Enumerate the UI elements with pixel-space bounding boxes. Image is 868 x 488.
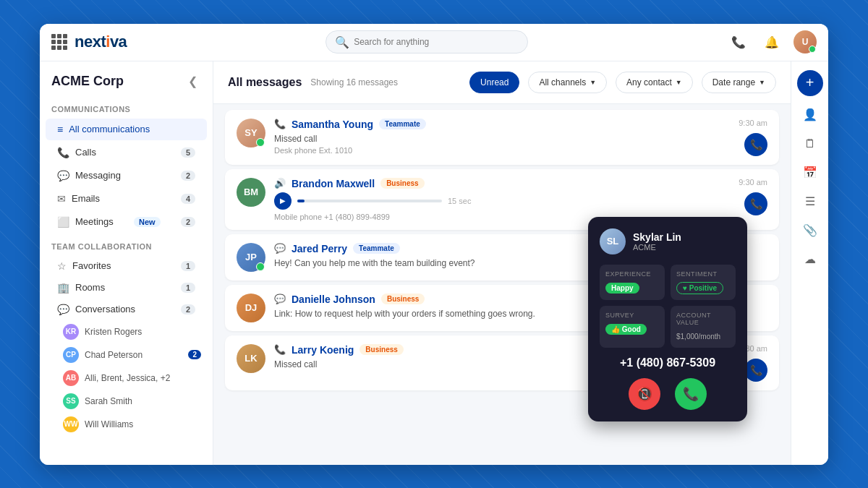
rooms-badge: 1 xyxy=(181,283,195,293)
popup-contact-company: ACME xyxy=(633,243,681,252)
call-actions: 📵 📞 xyxy=(600,378,736,410)
msg-text: Missed call xyxy=(274,133,730,145)
center-content: All messages Showing 16 messages Unread … xyxy=(213,61,791,465)
sidebar-item-all-communications[interactable]: ≡ All communications xyxy=(46,119,207,140)
popup-survey-stat: SURVEY 👍 Good xyxy=(600,306,665,348)
communications-section-title: Communications xyxy=(40,96,213,118)
meetings-icon: ⬜ xyxy=(57,216,69,228)
sentiment-label: SENTIMENT xyxy=(676,270,730,278)
convo-kristen-rogers[interactable]: KR Kristen Rogers xyxy=(40,320,213,343)
duration: 15 sec xyxy=(448,197,471,205)
conversations-badge: 2 xyxy=(181,304,195,314)
all-channels-filter-btn[interactable]: All channels ▼ xyxy=(528,72,607,93)
sidebar-item-meetings[interactable]: ⬜ Meetings New 2 xyxy=(46,211,207,233)
msg-time: 9:30 am xyxy=(739,119,767,127)
sidebar-item-label: All communications xyxy=(69,124,150,134)
convo-chad-peterson[interactable]: CP Chad Peterson 2 xyxy=(40,343,213,367)
survey-label: SURVEY xyxy=(605,312,659,319)
sidebar-item-emails[interactable]: ✉ Emails 4 xyxy=(46,188,207,210)
voicemail-player: ▶ 15 sec xyxy=(274,192,730,210)
logo: nextiva xyxy=(75,33,127,51)
grid-menu-icon[interactable] xyxy=(51,34,67,50)
sidebar-item-label: Messaging xyxy=(75,170,121,181)
thumbs-up-icon: 👍 xyxy=(611,325,620,333)
convo-name: Alli, Brent, Jessica, +2 xyxy=(85,373,170,383)
msg-body: 📞 Samantha Young Teammate Missed call De… xyxy=(274,119,730,155)
compose-fab-btn[interactable]: + xyxy=(797,70,823,96)
popup-phone-number: +1 (480) 867-5309 xyxy=(600,356,736,369)
msg-right: 9:30 am 📞 xyxy=(739,178,767,215)
convo-avatar: WW xyxy=(63,416,79,432)
search-input[interactable] xyxy=(354,37,519,47)
sidebar-item-label: Rooms xyxy=(75,282,105,293)
sidebar-item-messaging[interactable]: 💬 Messaging 2 xyxy=(46,165,207,187)
top-bar-center: 🔍 xyxy=(127,30,727,53)
sidebar-collapse-btn[interactable]: ❮ xyxy=(184,73,201,90)
messaging-icon: 💬 xyxy=(57,170,69,181)
sidebar-item-calls[interactable]: 📞 Calls 5 xyxy=(46,142,207,163)
convo-avatar: SS xyxy=(63,393,79,409)
emails-icon: ✉ xyxy=(57,193,66,205)
convo-alli-brent[interactable]: AB Alli, Brent, Jessica, +2 xyxy=(40,367,213,390)
meetings-new-badge: New xyxy=(134,217,161,227)
teammate-tag: Teammate xyxy=(379,119,426,129)
sidebar-item-label: Conversations xyxy=(75,304,135,314)
top-bar: nextiva 🔍 📞 🔔 U xyxy=(40,24,828,61)
phone-icon-btn[interactable]: 📞 xyxy=(727,30,750,53)
company-name: ACME Corp xyxy=(51,74,124,89)
notes-icon-btn[interactable]: 🗒 xyxy=(797,131,823,157)
sentiment-value: ♥ Positive xyxy=(676,282,723,294)
contacts-icon-btn[interactable]: 👤 xyxy=(797,102,823,128)
sidebar-item-label: Calls xyxy=(75,147,96,158)
business-tag: Business xyxy=(380,178,424,189)
attachments-icon-btn[interactable]: 📎 xyxy=(797,218,823,244)
msg-right: 9:30 am 📞 xyxy=(739,119,767,156)
user-avatar[interactable]: U xyxy=(793,30,817,53)
unread-filter-btn[interactable]: Unread xyxy=(469,72,519,93)
search-bar[interactable]: 🔍 xyxy=(326,30,528,53)
sidebar-item-label: Emails xyxy=(72,193,100,204)
popup-header: SL Skylar Lin ACME xyxy=(600,228,736,254)
call-action-btn[interactable]: 📞 xyxy=(744,192,767,215)
msg-top: 📞 Samantha Young Teammate xyxy=(274,119,730,130)
cloud-icon-btn[interactable]: ☁ xyxy=(797,247,823,273)
convo-sarah-smith[interactable]: SS Sarah Smith xyxy=(40,390,213,413)
call-icon: 📞 xyxy=(274,119,286,129)
conversations-icon: 💬 xyxy=(57,304,69,315)
chevron-down-icon: ▼ xyxy=(590,79,596,86)
progress-bar[interactable] xyxy=(297,200,442,202)
call-action-btn[interactable]: 📞 xyxy=(744,359,767,382)
bell-icon-btn[interactable]: 🔔 xyxy=(760,30,783,53)
messages-title: All messages xyxy=(228,76,302,89)
msg-time: 9:30 am xyxy=(739,178,767,187)
chat-icon: 💬 xyxy=(274,294,286,304)
right-rail: + 👤 🗒 📅 ☰ 📎 ☁ xyxy=(791,61,828,465)
emails-badge: 4 xyxy=(181,194,195,204)
sender-name: Jared Perry xyxy=(292,243,347,254)
message-card[interactable]: SY 📞 Samantha Young Teammate Missed call… xyxy=(225,110,779,165)
popup-contact-name: Skylar Lin xyxy=(633,231,681,243)
calendar-icon-btn[interactable]: 📅 xyxy=(797,160,823,186)
account-value: $1,000/month xyxy=(676,332,720,341)
decline-call-btn[interactable]: 📵 xyxy=(629,378,660,410)
top-bar-left: nextiva xyxy=(51,33,127,51)
popup-account-value-stat: ACCOUNT VALUE $1,000/month xyxy=(671,306,736,348)
accept-call-btn[interactable]: 📞 xyxy=(675,378,707,410)
convo-name: Chad Peterson xyxy=(85,350,142,360)
tasks-icon-btn[interactable]: ☰ xyxy=(797,189,823,215)
experience-value: Happy xyxy=(605,283,639,294)
sidebar-item-rooms[interactable]: 🏢 Rooms 1 xyxy=(46,278,207,298)
sidebar-item-favorites[interactable]: ☆ Favorites 1 xyxy=(46,256,207,276)
play-btn[interactable]: ▶ xyxy=(274,192,292,210)
convo-name: Will Williams xyxy=(85,419,133,429)
search-icon: 🔍 xyxy=(335,35,349,49)
avatar: LK xyxy=(237,344,265,373)
team-collab-section-title: Team collaboration xyxy=(40,234,213,255)
convo-will-williams[interactable]: WW Will Williams xyxy=(40,413,213,436)
chat-icon: 💬 xyxy=(274,243,286,254)
call-action-btn[interactable]: 📞 xyxy=(744,133,767,156)
date-range-filter-btn[interactable]: Date range ▼ xyxy=(702,72,776,93)
sidebar-item-conversations[interactable]: 💬 Conversations 2 xyxy=(46,299,207,320)
any-contact-filter-btn[interactable]: Any contact ▼ xyxy=(616,72,693,93)
popup-sentiment-stat: SENTIMENT ♥ Positive xyxy=(671,265,736,300)
